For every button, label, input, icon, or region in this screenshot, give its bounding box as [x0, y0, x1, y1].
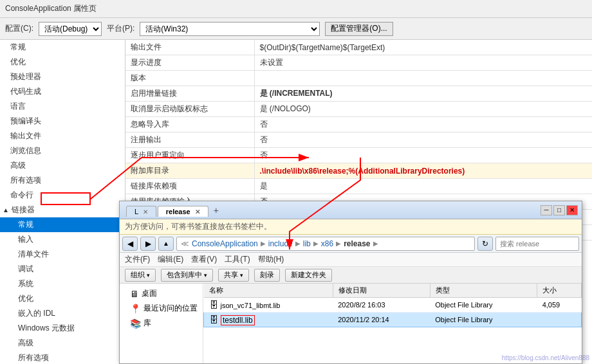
file-name-json[interactable]: 🗄json_vc71_libmt.lib — [204, 298, 333, 313]
sidebar-item-linker-general[interactable]: 常规 — [0, 217, 125, 232]
linker-arrow-icon: ▲ — [3, 206, 9, 214]
col-date[interactable]: 修改日期 — [333, 284, 430, 298]
notice-bar: 为方便访问，可将书签直接放在书签栏中。 — [120, 219, 582, 235]
prop-row-outputfile: 输出文件 $(OutDir)$(TargetName)$(TargetExt) — [125, 40, 592, 55]
prop-row-redirect: 逐步用户重定向 否 — [125, 148, 592, 163]
menu-tools[interactable]: 工具(T) — [225, 254, 250, 265]
tab-l-close-icon[interactable]: ✕ — [143, 208, 148, 215]
address-path: ≪ ConsoleApplication ▶ include ▶ lib ▶ x… — [176, 237, 475, 251]
back-button[interactable]: ◀ — [122, 237, 138, 251]
file-row-testdll[interactable]: 🗄testdll.lib 2020/11/2 20:14 Object File… — [204, 313, 582, 327]
path-release[interactable]: release — [344, 239, 370, 248]
path-x86[interactable]: x86 — [321, 239, 333, 248]
sidebar-item-optimize[interactable]: 优化 — [0, 55, 125, 69]
sidebar-item-preprocessor[interactable]: 预处理器 — [0, 69, 125, 84]
forward-button[interactable]: ▶ — [140, 237, 156, 251]
col-type[interactable]: 类型 — [430, 284, 537, 298]
sidebar-item-linker-debug[interactable]: 调试 — [0, 262, 125, 277]
sidebar-item-cmdline[interactable]: 命令行 — [0, 188, 125, 203]
col-name[interactable]: 名称 — [204, 284, 333, 298]
include-lib-button[interactable]: 包含到库中 ▾ — [161, 269, 213, 282]
explorer-tab-release[interactable]: release ✕ — [158, 206, 208, 217]
prop-name-version: 版本 — [125, 71, 254, 86]
tab-release-close-icon[interactable]: ✕ — [195, 208, 200, 215]
menu-edit[interactable]: 编辑(E) — [158, 254, 183, 265]
prop-val-version[interactable] — [254, 71, 592, 86]
config-manager-button[interactable]: 配置管理器(O)... — [325, 22, 393, 36]
sidebar-item-linker-input[interactable]: 输入 — [0, 232, 125, 247]
prop-name-incremental: 启用增量链接 — [125, 86, 254, 102]
path-arrow-2: ▶ — [295, 240, 301, 247]
refresh-button[interactable]: ↻ — [477, 237, 493, 251]
sidebar-item-precompiled[interactable]: 预编译头 — [0, 114, 125, 129]
menu-help[interactable]: 帮助(H) — [258, 254, 284, 265]
path-consoleapp[interactable]: ConsoleApplication — [192, 239, 258, 248]
prop-val-redirect[interactable]: 否 — [254, 148, 592, 163]
left-sidebar: 常规 优化 预处理器 代码生成 语言 预编译头 输出文件 浏览信息 高级 所有选… — [0, 40, 125, 364]
sidebar-item-advanced[interactable]: 高级 — [0, 158, 125, 173]
sidebar-item-codegen[interactable]: 代码生成 — [0, 84, 125, 99]
up-button[interactable]: ▲ — [158, 237, 174, 251]
sidebar-item-alloptions[interactable]: 所有选项 — [0, 173, 125, 188]
sidebar-item-linker-system[interactable]: 系统 — [0, 277, 125, 291]
new-folder-button[interactable]: 新建文件夹 — [285, 269, 332, 282]
minimize-button[interactable]: ─ — [541, 205, 552, 215]
watermark: https://blog.csdn.net/Aliven888 — [502, 354, 589, 361]
file-type-testdll: Object File Library — [430, 313, 537, 327]
organize-button[interactable]: 组织 ▾ — [125, 269, 156, 282]
prop-val-progress[interactable]: 未设置 — [254, 55, 592, 71]
sidebar-item-linker-winmeta[interactable]: Windows 元数据 — [0, 321, 125, 336]
sidebar-item-browseinfo[interactable]: 浏览信息 — [0, 143, 125, 158]
burn-button[interactable]: 刻录 — [254, 269, 280, 282]
file-icon-json: 🗄 — [209, 300, 218, 310]
sidebar-item-outputfiles[interactable]: 输出文件 — [0, 129, 125, 143]
sidebar-item-linker-optimize[interactable]: 优化 — [0, 291, 125, 306]
maximize-button[interactable]: □ — [553, 205, 565, 215]
nav-recent[interactable]: 📍 最近访问的位置 — [120, 301, 203, 316]
sidebar-item-linker-manifest[interactable]: 清单文件 — [0, 247, 125, 262]
explorer-body: 🖥 桌面 📍 最近访问的位置 📚 库 名称 修改日期 类型 大 — [120, 284, 582, 363]
path-include[interactable]: include — [268, 239, 293, 248]
prop-name-libdir: 附加库目录 — [125, 163, 254, 179]
path-lib[interactable]: lib — [303, 239, 311, 248]
menu-view[interactable]: 查看(V) — [191, 254, 217, 265]
prop-val-libdir[interactable]: .\include\lib\x86\release;%(AdditionalLi… — [254, 163, 592, 179]
prop-val-nologo[interactable]: 是 (/NOLOGO) — [254, 102, 592, 117]
prop-row-progress: 显示进度 未设置 — [125, 55, 592, 71]
files-table: 名称 修改日期 类型 大小 🗄json_vc71_libmt.lib 2020/… — [203, 284, 582, 327]
desktop-icon: 🖥 — [130, 289, 139, 299]
explorer-tab-l[interactable]: L ✕ — [126, 206, 156, 217]
prop-val-outputfile[interactable]: $(OutDir)$(TargetName)$(TargetExt) — [254, 40, 592, 55]
sidebar-item-general[interactable]: 常规 — [0, 40, 125, 55]
sidebar-item-linker-advanced2[interactable]: 高级 — [0, 336, 125, 350]
menu-file[interactable]: 文件(F) — [125, 254, 150, 265]
nav-library[interactable]: 📚 库 — [120, 316, 203, 331]
path-separator: ≪ — [181, 239, 189, 248]
prop-val-linklib[interactable]: 是 — [254, 179, 592, 194]
prop-val-ignoreimport[interactable]: 否 — [254, 117, 592, 132]
prop-row-libdir: 附加库目录 .\include\lib\x86\release;%(Additi… — [125, 163, 592, 179]
notice-text: 为方便访问，可将书签直接放在书签栏中。 — [125, 222, 272, 231]
add-tab-button[interactable]: + — [210, 204, 223, 217]
file-row-json[interactable]: 🗄json_vc71_libmt.lib 2020/8/2 16:03 Obje… — [204, 298, 582, 313]
explorer-tabs: L ✕ release ✕ + — [126, 204, 223, 217]
col-size[interactable]: 大小 — [537, 284, 582, 298]
sidebar-section-linker[interactable]: ▲ 链接器 — [0, 203, 125, 217]
nav-desktop[interactable]: 🖥 桌面 — [120, 286, 203, 301]
prop-row-regout: 注册输出 否 — [125, 132, 592, 148]
file-explorer: L ✕ release ✕ + ─ □ ✕ 为方便访问，可将书签直接放在书签栏中… — [119, 201, 582, 364]
includelib-arrow-icon: ▾ — [204, 272, 207, 278]
close-button[interactable]: ✕ — [566, 205, 578, 215]
prop-val-incremental[interactable]: 是 (/INCREMENTAL) — [254, 86, 592, 102]
platform-select[interactable]: 活动(Win32) — [140, 22, 320, 36]
share-button[interactable]: 共享 ▾ — [218, 269, 249, 282]
sidebar-item-linker-allopts[interactable]: 所有选项 — [0, 350, 125, 364]
search-input[interactable] — [495, 237, 579, 251]
prop-val-regout[interactable]: 否 — [254, 132, 592, 148]
config-select[interactable]: 活动(Debug) — [39, 22, 102, 36]
file-size-testdll — [537, 313, 582, 327]
sidebar-item-linker-idl[interactable]: 嵌入的 IDL — [0, 306, 125, 321]
file-name-testdll[interactable]: 🗄testdll.lib — [204, 313, 333, 327]
path-arrow-5: ▶ — [373, 240, 378, 247]
sidebar-item-language[interactable]: 语言 — [0, 99, 125, 114]
